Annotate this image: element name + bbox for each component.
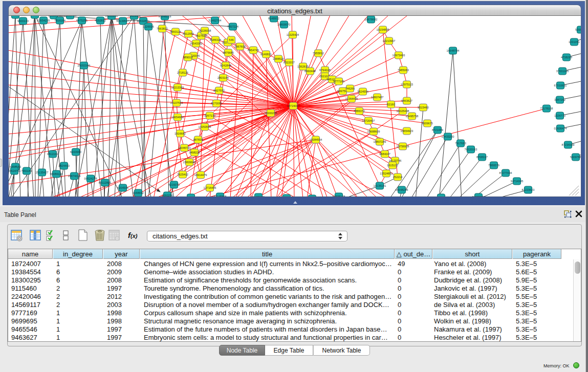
svg-text:19756928: 19756928 [397,145,409,148]
svg-text:73178108: 73178108 [540,107,553,110]
svg-text:0433218: 0433218 [10,16,21,16]
svg-text:9660124: 9660124 [170,30,181,33]
svg-text:1588520: 1588520 [273,57,284,60]
svg-text:80112805: 80112805 [99,181,111,184]
svg-text:252214: 252214 [393,176,403,179]
svg-text:3624554: 3624554 [357,90,368,93]
svg-text:7917693: 7917693 [455,142,466,145]
svg-text:13433200: 13433200 [442,135,454,138]
svg-text:16914479: 16914479 [194,173,207,177]
svg-text:7991183: 7991183 [21,169,32,172]
svg-text:8148932: 8148932 [268,17,279,20]
svg-text:76320163: 76320163 [465,148,477,151]
svg-text:8990448: 8990448 [304,70,316,73]
svg-text:2967608: 2967608 [234,45,246,48]
svg-text:1916682: 1916682 [175,132,186,135]
svg-text:02606474: 02606474 [554,127,567,130]
svg-text:25135427: 25135427 [36,171,49,174]
svg-text:9463627: 9463627 [401,99,412,102]
svg-text:19384554: 19384554 [310,138,322,141]
svg-text:62160: 62160 [387,103,395,106]
svg-text:12213369: 12213369 [171,86,184,89]
svg-text:12975115: 12975115 [401,83,413,86]
svg-text:8912954: 8912954 [183,32,194,35]
svg-text:7625402: 7625402 [177,173,188,176]
svg-text:01429401: 01429401 [252,195,265,196]
svg-text:10688609: 10688609 [367,130,380,133]
svg-text:20878682: 20878682 [365,18,378,21]
svg-text:5098393: 5098393 [575,28,581,31]
svg-text:11325424: 11325424 [287,33,299,36]
svg-text:7857224: 7857224 [227,25,238,28]
svg-text:10154838: 10154838 [377,28,389,31]
svg-text:8427552: 8427552 [213,89,225,92]
svg-text:15720407: 15720407 [362,119,375,122]
svg-text:14136141: 14136141 [374,184,386,187]
svg-text:20053346: 20053346 [78,64,91,67]
svg-text:8708317: 8708317 [476,156,488,159]
svg-text:21364436: 21364436 [345,97,358,100]
svg-text:8454749: 8454749 [248,49,259,52]
svg-text:34874016: 34874016 [68,174,81,178]
svg-text:18807249: 18807249 [374,140,386,143]
svg-text:12213967: 12213967 [383,39,396,42]
svg-text:10025438: 10025438 [397,110,409,113]
svg-text:54145868: 54145868 [214,195,227,196]
svg-text:19654952: 19654952 [171,116,184,119]
svg-text:7543303: 7543303 [185,196,197,196]
svg-text:7889579: 7889579 [488,164,499,167]
svg-text:1326773: 1326773 [554,114,565,117]
svg-text:9146821: 9146821 [260,53,272,56]
svg-text:6794028: 6794028 [319,69,331,72]
svg-text:28809570: 28809570 [278,23,291,26]
svg-text:37631165: 37631165 [556,70,569,73]
svg-text:67010651: 67010651 [554,84,567,87]
svg-text:9684047: 9684047 [379,152,390,156]
svg-text:15809948: 15809948 [183,161,196,164]
svg-text:61595148: 61595148 [333,195,345,196]
svg-text:87234309: 87234309 [562,143,575,146]
svg-text:887834: 887834 [193,138,203,141]
svg-text:6475255: 6475255 [76,19,88,22]
svg-text:8170064: 8170064 [211,102,222,105]
svg-text:2803144: 2803144 [217,76,229,79]
svg-text:6193990: 6193990 [70,150,81,154]
svg-text:51462704: 51462704 [209,19,222,22]
svg-text:64835030: 64835030 [105,16,118,17]
svg-text:13524851: 13524851 [380,172,393,175]
svg-text:989013: 989013 [183,56,193,59]
svg-text:18724007: 18724007 [287,104,300,107]
svg-text:19654923: 19654923 [401,129,413,133]
svg-text:14353594: 14353594 [199,125,211,128]
svg-text:10107553: 10107553 [170,101,183,104]
svg-text:5009788: 5009788 [570,156,581,159]
svg-text:18300295: 18300295 [265,112,277,115]
svg-text:16543382: 16543382 [190,42,203,45]
svg-text:546: 546 [229,38,233,41]
svg-text:746266: 746266 [345,87,355,90]
svg-text:97848018: 97848018 [159,16,171,18]
svg-text:0812191: 0812191 [47,152,58,156]
svg-text:2718126: 2718126 [177,71,188,74]
svg-text:8186328: 8186328 [210,38,221,41]
svg-text:87277434: 87277434 [499,171,512,174]
svg-text:9777169: 9777169 [333,80,344,83]
svg-text:2260256: 2260256 [162,194,173,196]
svg-text:9242848: 9242848 [220,64,231,67]
svg-text:13716485: 13716485 [204,186,216,189]
svg-text:36995777: 36995777 [472,195,485,196]
svg-text:4738299: 4738299 [561,56,572,59]
svg-text:64139537: 64139537 [117,19,129,23]
svg-text:8721489: 8721489 [432,128,443,132]
svg-text:9627505: 9627505 [195,34,207,37]
svg-text:15495758: 15495758 [406,115,419,118]
svg-text:98084124: 98084124 [50,172,63,176]
svg-text:16046723: 16046723 [178,146,191,149]
svg-text:9600133: 9600133 [17,19,29,23]
svg-text:29946804: 29946804 [435,196,448,196]
svg-text:1031051: 1031051 [569,40,580,43]
svg-text:4216073: 4216073 [168,183,180,186]
svg-text:00524278: 00524278 [84,177,97,180]
svg-text:7955812: 7955812 [313,52,324,55]
svg-text:1824493: 1824493 [58,164,70,167]
